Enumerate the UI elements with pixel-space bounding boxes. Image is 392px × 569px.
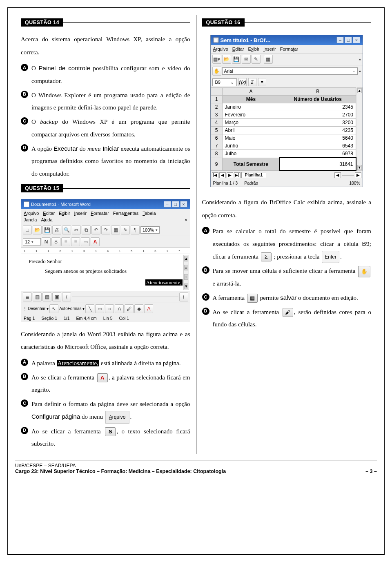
exam-page: QUESTÃO 14 Acerca do sistema operacional… [7,7,385,555]
line-icon[interactable]: ╲ [85,304,94,313]
drawing-icon[interactable]: ✎ [121,225,130,234]
prev-sheet-icon[interactable]: ◀ [219,172,226,178]
hscroll-right-icon[interactable]: ▶ [355,172,361,178]
view-btn-2[interactable]: ▥ [33,292,42,301]
cell-a1[interactable]: Mês [222,96,280,103]
view-btn-4[interactable]: ▣ [52,292,61,301]
align-right-icon[interactable]: ≡ [71,237,80,246]
rect-icon[interactable]: ▭ [95,304,104,313]
sum-icon[interactable]: Σ [248,78,256,86]
menu-formatar[interactable]: Formatar [91,211,109,216]
font-select[interactable]: Arial⌄ [222,67,358,75]
next-sheet-icon[interactable]: ▶ [227,172,233,178]
menu-inserir[interactable]: Inserir [74,211,87,216]
doc-line2: Seguem anexos os projetos solicitados [29,268,183,274]
corner-cell[interactable] [211,88,222,96]
undo-icon[interactable]: ↶ [91,225,100,234]
view-btn-3[interactable]: ▤ [42,292,51,301]
scroll-up-icon[interactable]: ▲ [184,256,188,261]
pilcrow-icon[interactable]: ¶ [131,225,140,234]
oval-icon[interactable]: ○ [105,304,114,313]
menu-editar[interactable]: Editar [232,47,244,51]
edit-icon[interactable]: ✎ [252,55,261,64]
word-title: Documento1 - Microsoft Word [31,202,91,207]
textbox-icon[interactable]: A [115,304,124,313]
bold-icon[interactable]: N [42,237,51,246]
last-sheet-icon[interactable]: ▶| [234,172,241,178]
menu-tabela[interactable]: Tabela [143,211,156,216]
cell-reference[interactable]: B9⌄ [212,78,237,86]
menu-arquivo[interactable]: Arquivo [213,47,228,51]
col-header-b[interactable]: B [280,88,356,96]
menu-ferramentas[interactable]: Ferramentas [113,211,138,216]
cell-a9[interactable]: Total Semestre [222,158,280,170]
first-sheet-icon[interactable]: |◀ [212,172,218,178]
highlight-atenciosamente: Atenciosamente, [57,360,99,366]
scroll-up-icon[interactable]: ▲ [357,88,362,93]
new-icon[interactable]: □ [23,225,32,234]
export-icon[interactable]: ▦ [264,55,273,64]
menu-editar[interactable]: Editar [43,211,55,216]
hscroll-left-icon[interactable]: ◀ [334,172,341,178]
mail-icon[interactable]: ✉ [242,55,251,64]
fill-icon[interactable]: ◆ [134,304,143,313]
zoom-select[interactable]: 100%▾ [140,226,160,234]
preview-icon[interactable]: 🔍 [62,225,71,234]
scroll-down-icon[interactable]: ▼ [357,165,362,170]
q16-header: QUESTÃO 16 [202,18,372,27]
new-dropdown-icon[interactable]: ▦▾ [212,55,221,64]
col-header-a[interactable]: A [222,88,280,96]
sheet-tab-active[interactable]: Planilha1 [241,172,267,178]
cell-b1[interactable]: Número de Usuários [280,96,356,103]
doc-scrollbar[interactable]: ▲ ± ◦ ▼ [183,255,189,290]
select-icon[interactable]: ↖ [49,304,58,313]
minimize-icon[interactable]: – [336,37,344,43]
paint-icon[interactable]: 🖉 [125,304,134,313]
toolbar-overflow-icon[interactable]: » [359,57,361,62]
drawbar-autoformas[interactable]: AutoFormas ▾ [59,306,85,311]
menu-formatar[interactable]: Formatar [280,47,298,51]
equals-icon[interactable]: = [258,78,266,86]
menu-inserir[interactable]: Inserir [263,47,276,51]
status-secao: Seção 1 [41,316,57,321]
scroll-plus-icon[interactable]: ◦ [184,274,188,280]
save-icon[interactable]: 💾 [232,55,241,64]
maximize-icon[interactable]: □ [345,37,352,43]
close-icon[interactable]: × [180,201,187,208]
copy-icon[interactable]: ⧉ [82,225,91,234]
open-icon[interactable]: 📂 [222,55,231,64]
table-icon[interactable]: ▦ [111,225,120,234]
menu-exibir[interactable]: Exibir [248,47,260,51]
fontsize-select[interactable]: 12▾ [23,238,41,245]
open-icon[interactable]: 📂 [33,225,42,234]
drawbar-desenhar[interactable]: Desenhar ▾ [28,306,49,311]
align-left-icon[interactable]: ≡ [61,237,70,246]
save-icon[interactable]: 💾 [42,225,51,234]
menu-arquivo[interactable]: Arquivo [24,211,39,216]
cell-b9[interactable]: 31641 [280,158,356,170]
font-color-icon[interactable]: A [91,237,100,246]
view-btn-1[interactable]: ≣ [23,292,32,301]
maximize-icon[interactable]: □ [172,201,179,208]
redo-icon[interactable]: ↷ [101,225,110,234]
menu-ajuda[interactable]: Ajuda [41,217,52,222]
print-icon[interactable]: 🖨 [52,225,61,234]
close-icon[interactable]: × [353,37,360,43]
row-header[interactable]: 1 [211,96,222,103]
menu-janela[interactable]: Janela [24,217,37,222]
toolbar-overflow-icon[interactable]: » [359,69,361,74]
menu-exibir[interactable]: Exibir [59,211,70,216]
drawbar-fontcolor-icon[interactable]: A [144,304,153,313]
column-right: QUESTÃO 16 ▦ Sem título1 - BrOf… – □ × [196,15,377,454]
border-icon[interactable]: ▭ [81,237,90,246]
view-btn-5[interactable]: ⟨ [62,292,71,301]
view-btn-6[interactable]: ⟩ [179,292,188,301]
fx-icon[interactable]: ƒ(x) [238,78,247,86]
minimize-icon[interactable]: – [164,201,171,208]
underline-icon[interactable]: S [51,237,60,246]
close-doc-icon[interactable]: × [185,217,187,222]
scroll-down-icon[interactable]: ▼ [184,283,188,289]
cut-icon[interactable]: ✂ [72,225,81,234]
q14-header: QUESTÃO 14 [21,18,190,27]
hand-cursor-icon[interactable]: ✋ [212,67,221,76]
